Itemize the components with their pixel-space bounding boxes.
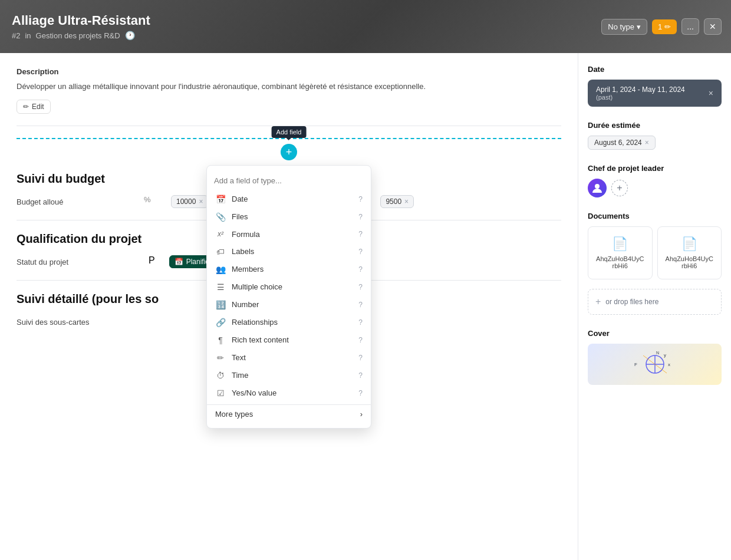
dropdown-item-yesno[interactable]: ☑ Yes/No value ? <box>207 384 371 402</box>
labels-help-icon[interactable]: ? <box>358 248 363 256</box>
header-actions: No type ▾ 1 ✏ ... ✕ <box>601 18 722 35</box>
drop-zone[interactable]: + or drop files here <box>588 289 722 315</box>
sidebar-chef-title: Chef de projet leader <box>588 164 722 173</box>
dropdown-label-multiple-choice: Multiple choice <box>232 282 282 291</box>
dropdown-item-rich-text[interactable]: ¶ Rich text content ? <box>207 331 371 349</box>
rich-text-icon: ¶ <box>215 335 226 345</box>
edit-button[interactable]: ✏ Edit <box>17 100 51 114</box>
field-type-dropdown: 📅 Date ? 📎 Files ? <box>206 165 371 429</box>
document-card-1[interactable]: 📄 AhqZuHoB4UyCrbHi6 <box>588 226 653 279</box>
more-options-button[interactable]: ... <box>681 18 699 35</box>
dropdown-label-rich-text: Rich text content <box>232 335 289 344</box>
in-label: in <box>25 31 31 40</box>
dropdown-search-area <box>207 170 371 190</box>
description-text: Développer un alliage métallique innovan… <box>17 81 561 93</box>
formula-help-icon[interactable]: ? <box>358 230 363 238</box>
sidebar-documents-title: Documents <box>588 212 722 220</box>
sous-cartes-label: Suivi des sous-cartes <box>17 315 134 327</box>
sidebar-documents-section: Documents 📄 AhqZuHoB4UyCrbHi6 📄 AhqZuHoB… <box>588 212 722 315</box>
dropdown-item-time[interactable]: ⏱ Time ? <box>207 367 371 384</box>
add-field-area: Add field + 📅 Date ? <box>17 144 561 160</box>
date-help-icon[interactable]: ? <box>358 195 363 203</box>
sidebar-cover-title: Cover <box>588 329 722 338</box>
svg-text:F: F <box>634 362 637 367</box>
dropdown-item-formula[interactable]: x² Formula ? <box>207 226 371 243</box>
pencil-icon: ✏ <box>23 103 29 111</box>
more-types-label: More types <box>215 410 253 419</box>
time-help-icon[interactable]: ? <box>358 371 363 380</box>
montant-remove-button[interactable]: × <box>404 197 409 206</box>
documents-grid: 📄 AhqZuHoB4UyCrbHi6 📄 AhqZuHoB4UyCrbHi6 <box>588 226 722 284</box>
svg-text:N: N <box>656 351 659 355</box>
relationships-icon: 🔗 <box>215 318 226 327</box>
dropdown-item-text[interactable]: ✏ Text ? <box>207 349 371 367</box>
date-range-box: April 1, 2024 - May 11, 2024 (past) × <box>588 80 722 107</box>
field-search-input[interactable] <box>214 176 364 185</box>
add-field-button[interactable]: + <box>281 144 297 160</box>
number-icon: 🔢 <box>215 300 226 309</box>
drop-label: or drop files here <box>605 298 658 306</box>
assign-label: 1 <box>658 22 662 31</box>
issue-number: #2 <box>12 31 20 40</box>
labels-icon: 🏷 <box>215 247 226 256</box>
dropdown-item-relationships[interactable]: 🔗 Relationships ? <box>207 314 371 331</box>
more-types-button[interactable]: More types › <box>207 404 371 423</box>
date-range-text: April 1, 2024 - May 11, 2024 <box>596 85 685 94</box>
dropdown-label-relationships: Relationships <box>232 318 278 327</box>
statut-calendar-icon: 📅 <box>174 258 183 266</box>
avatar <box>588 179 607 197</box>
edit-icon: ✏ <box>664 22 671 31</box>
no-type-button[interactable]: No type ▾ <box>601 19 647 35</box>
date-icon: 📅 <box>215 195 226 204</box>
sidebar-duree-title: Durée estimée <box>588 121 722 130</box>
dropdown-label-number: Number <box>232 300 259 309</box>
duree-remove-button[interactable]: × <box>645 139 649 147</box>
add-member-button[interactable]: + <box>611 180 628 196</box>
members-help-icon[interactable]: ? <box>358 265 363 274</box>
date-past-label: (past) <box>596 94 685 101</box>
dropdown-item-multiple-choice[interactable]: ☰ Multiple choice ? <box>207 278 371 296</box>
dropdown-label-date: Date <box>232 195 248 203</box>
relationships-help-icon[interactable]: ? <box>358 318 363 327</box>
text-help-icon[interactable]: ? <box>358 354 363 362</box>
files-icon: 📎 <box>215 212 226 222</box>
dropdown-item-members[interactable]: 👥 Members ? <box>207 261 371 278</box>
budget-value-tag: 10000 × <box>171 195 208 208</box>
dropdown-item-date[interactable]: 📅 Date ? <box>207 190 371 208</box>
header: Alliage Ultra-Résistant #2 in Gestion de… <box>0 0 731 53</box>
document-icon-2: 📄 <box>665 236 714 252</box>
number-help-icon[interactable]: ? <box>358 301 363 309</box>
document-icon-1: 📄 <box>595 236 645 252</box>
sidebar-chef-section: Chef de projet leader + <box>588 164 722 197</box>
time-icon: ⏱ <box>215 371 226 380</box>
yesno-help-icon[interactable]: ? <box>358 389 363 397</box>
add-field-tooltip: Add field <box>272 126 307 138</box>
chevron-down-icon: ▾ <box>637 22 641 31</box>
dropdown-item-labels[interactable]: 🏷 Labels ? <box>207 243 371 261</box>
duree-value-tag: August 6, 2024 × <box>588 136 656 150</box>
cover-image: y x F N <box>588 344 722 385</box>
dropdown-label-text: Text <box>232 353 246 362</box>
close-button[interactable]: ✕ <box>704 18 722 35</box>
avatar-row: + <box>588 179 722 197</box>
dropdown-item-number[interactable]: 🔢 Number ? <box>207 296 371 314</box>
sidebar-duree-section: Durée estimée August 6, 2024 × <box>588 121 722 150</box>
montant-value: 9500 <box>386 197 401 206</box>
dropdown-label-yesno: Yes/No value <box>232 388 276 397</box>
document-card-2[interactable]: 📄 AhqZuHoB4UyCrbHi6 <box>657 226 722 279</box>
files-help-icon[interactable]: ? <box>358 213 363 221</box>
sidebar-date-title: Date <box>588 65 722 74</box>
sidebar-date-section: Date April 1, 2024 - May 11, 2024 (past)… <box>588 65 722 107</box>
dropdown-label-labels: Labels <box>232 247 254 256</box>
dropdown-label-formula: Formula <box>232 230 260 239</box>
budget-remove-button[interactable]: × <box>199 197 203 206</box>
description-section: Description Développer un alliage métall… <box>17 67 561 114</box>
rich-text-help-icon[interactable]: ? <box>358 336 363 344</box>
date-remove-button[interactable]: × <box>709 88 713 98</box>
assign-button[interactable]: 1 ✏ <box>652 19 677 34</box>
budget-alloue-label: Budget alloué <box>17 195 134 206</box>
multiple-choice-help-icon[interactable]: ? <box>358 283 363 291</box>
dropdown-label-files: Files <box>232 212 248 221</box>
dropdown-item-files[interactable]: 📎 Files ? <box>207 208 371 226</box>
budget-percent: % <box>144 195 162 204</box>
